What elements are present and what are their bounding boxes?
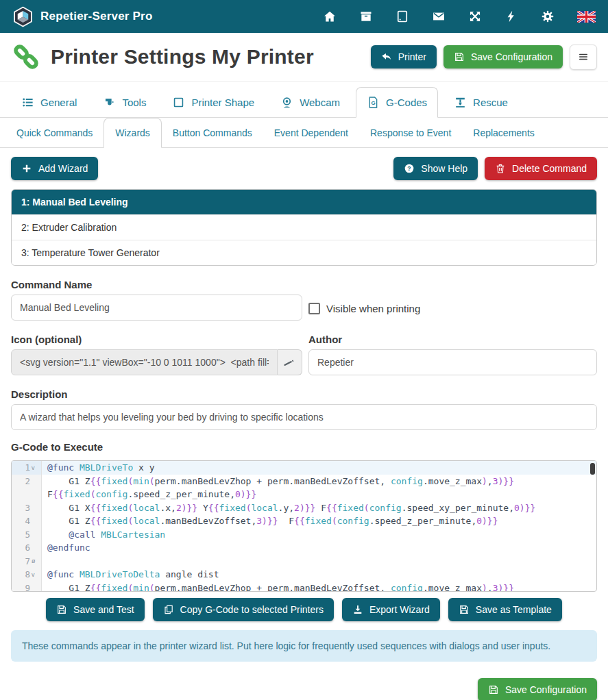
- hamburger-icon: [577, 51, 589, 63]
- gutter-cell: 2: [12, 475, 42, 488]
- brand[interactable]: Repetier-Server Pro: [12, 6, 152, 27]
- line-number: 2: [19, 476, 30, 486]
- question-icon: ?: [404, 163, 415, 174]
- code-text: G1 Z{{fixed(min(perm.manBedLevZhop + per…: [42, 582, 596, 592]
- rescue-icon: [454, 96, 467, 109]
- tab-tools[interactable]: Tools: [93, 88, 156, 117]
- printer-button[interactable]: Printer: [371, 45, 437, 68]
- gutter-cell: 5: [12, 528, 42, 542]
- list-icon: [21, 96, 34, 109]
- icon-label: Icon (optional): [11, 334, 302, 345]
- command-name-input[interactable]: [11, 295, 302, 321]
- save-and-test-button[interactable]: Save and Test: [46, 598, 144, 621]
- gutter-cell: 8v: [12, 568, 42, 582]
- info-banner: These commands appear in the printer wiz…: [11, 630, 597, 662]
- tab-label: Tools: [122, 97, 146, 108]
- code-text: F{{fixed(config.speed_z_per_minute,0)}}: [42, 488, 596, 501]
- line-number: 8: [19, 569, 30, 579]
- navbar-icons: [323, 10, 596, 23]
- pencil-icon: [282, 355, 296, 369]
- command-form: Command Name Visible when printing Icon …: [0, 279, 608, 457]
- line-number: 4: [19, 516, 30, 526]
- delete-command-button[interactable]: Delete Command: [485, 157, 597, 180]
- description-label: Description: [11, 388, 597, 400]
- action-buttons: Save and TestCopy G-Code to selected Pri…: [0, 598, 608, 621]
- line-number: 3: [19, 503, 30, 513]
- tab-label: General: [40, 97, 77, 108]
- fold-arrow-icon[interactable]: v: [32, 464, 38, 471]
- code-text: [42, 555, 596, 568]
- gutter-cell: 6: [12, 541, 42, 555]
- visible-when-printing-checkbox[interactable]: [308, 303, 320, 314]
- menu-button[interactable]: [570, 45, 597, 70]
- description-input[interactable]: [11, 404, 597, 430]
- gear-icon[interactable]: [541, 10, 555, 23]
- line-number: 5: [19, 529, 30, 540]
- tab-label: G-Codes: [386, 97, 427, 108]
- tab-webcam[interactable]: Webcam: [270, 88, 350, 117]
- gcode-doc-icon: G: [367, 96, 380, 109]
- page-header: Printer Settings My Printer Printer Save…: [0, 33, 608, 82]
- code-line: 8v@func MBLDriveToDelta angle dist: [12, 568, 596, 582]
- repetier-logo-icon: [12, 6, 34, 27]
- plus-icon: [21, 163, 32, 174]
- subtab-quick-commands[interactable]: Quick Commands: [5, 118, 104, 147]
- command-name-label: Command Name: [11, 279, 302, 290]
- tablet-icon[interactable]: [396, 10, 409, 23]
- save-configuration-button[interactable]: Save Configuration: [443, 45, 563, 68]
- add-wizard-button[interactable]: Add Wizard: [11, 157, 98, 180]
- tab-g-codes[interactable]: GG-Codes: [356, 87, 438, 118]
- subtab-wizards[interactable]: Wizards: [104, 118, 162, 148]
- line-number: 7: [19, 556, 30, 566]
- code-line: 1v@func MBLDriveTo x y: [12, 461, 596, 475]
- footer: Save Configuration: [0, 678, 608, 700]
- code-text: @endfunc: [42, 541, 596, 555]
- visible-when-printing-label: Visible when printing: [326, 303, 420, 314]
- page-title: Printer Settings My Printer: [51, 45, 314, 68]
- home-icon[interactable]: [323, 10, 337, 23]
- fold-arrow-icon[interactable]: v: [32, 571, 38, 578]
- author-label: Author: [308, 334, 597, 345]
- code-line: 5 @call MBLCartesian: [12, 528, 596, 542]
- save-icon: [56, 604, 67, 615]
- expand-icon[interactable]: [468, 10, 482, 23]
- save-configuration-button-bottom[interactable]: Save Configuration: [478, 678, 597, 700]
- back-arrow-icon: [381, 51, 392, 62]
- gcode-editor[interactable]: 1v@func MBLDriveTo x y2 G1 Z{{fixed(min(…: [11, 460, 597, 592]
- wizard-list-item[interactable]: 1: Manual Bed Leveling: [12, 190, 596, 214]
- bolt-icon[interactable]: [504, 10, 518, 23]
- sub-tabs: Quick CommandsWizardsButton CommandsEven…: [0, 118, 608, 148]
- mail-icon[interactable]: [432, 10, 446, 23]
- code-line: 7ø: [12, 555, 596, 568]
- code-line: 2 G1 Z{{fixed(min(perm.manBedLevZhop + p…: [12, 475, 596, 488]
- code-text: @call MBLCartesian: [42, 528, 596, 542]
- header-buttons: Printer Save Configuration: [371, 45, 597, 70]
- gutter-cell: 1v: [12, 461, 42, 475]
- uk-flag-icon[interactable]: [577, 11, 596, 23]
- export-wizard-button[interactable]: Export Wizard: [342, 598, 440, 621]
- code-text: G1 Z{{fixed(min(perm.manBedLevZhop + per…: [42, 475, 596, 488]
- editor-scrollbar-thumb[interactable]: [590, 463, 595, 475]
- tab-printer-shape[interactable]: Printer Shape: [162, 88, 265, 117]
- subtab-button-commands[interactable]: Button Commands: [162, 118, 263, 147]
- printer-icon[interactable]: [359, 10, 373, 23]
- gutter-cell: 4: [12, 514, 42, 528]
- tab-label: Rescue: [473, 97, 508, 108]
- subtab-event-dependent[interactable]: Event Dependent: [263, 118, 359, 147]
- tab-rescue[interactable]: Rescue: [443, 88, 518, 117]
- gcode-label: G-Code to Execute: [11, 441, 597, 453]
- wizard-list-item[interactable]: 3: Temperature Tower Generator: [12, 240, 596, 265]
- tab-label: Webcam: [300, 97, 340, 108]
- subtab-response-to-event[interactable]: Response to Event: [359, 118, 462, 147]
- tab-general[interactable]: General: [11, 88, 87, 117]
- copy-g-code-to-selected-printers-button[interactable]: Copy G-Code to selected Printers: [153, 598, 334, 621]
- icon-input: [11, 349, 278, 375]
- code-text: G1 X{{fixed(local.x,2)}} Y{{fixed(local.…: [42, 501, 596, 515]
- subtab-replacements[interactable]: Replacements: [462, 118, 546, 147]
- code-line: 6@endfunc: [12, 541, 596, 555]
- edit-icon-button[interactable]: [278, 349, 302, 375]
- author-input[interactable]: [308, 349, 597, 375]
- wizard-list-item[interactable]: 2: Extruder Calibration: [12, 214, 596, 240]
- save-as-template-button[interactable]: Save as Template: [448, 598, 562, 621]
- show-help-button[interactable]: ? Show Help: [393, 157, 478, 180]
